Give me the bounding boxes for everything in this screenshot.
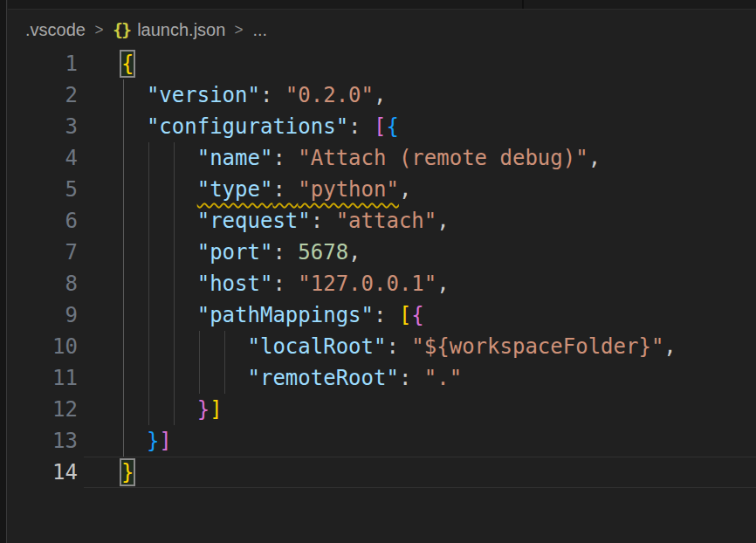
code-token: :: [260, 83, 285, 107]
code-line-4[interactable]: 4 "name": "Attach (remote debug)",: [0, 142, 756, 174]
code-token: :: [272, 146, 298, 170]
line-content: "host": "127.0.0.1",: [121, 268, 450, 299]
code-line-12[interactable]: 12 }]: [0, 394, 756, 425]
code-token: [121, 303, 197, 327]
line-number[interactable]: 1: [7, 48, 78, 79]
code-line-1[interactable]: 1{: [0, 48, 756, 79]
line-content: "request": "attach",: [121, 205, 450, 237]
tab-divider: [522, 0, 524, 9]
breadcrumb: .vscode > {} launch.json > ...: [25, 17, 267, 43]
code-token: "Attach (remote debug)": [298, 146, 588, 170]
breadcrumb-folder[interactable]: .vscode: [25, 20, 86, 40]
line-number[interactable]: 12: [7, 394, 78, 425]
breadcrumb-folder-label: .vscode: [25, 20, 86, 40]
code-token: "request": [197, 209, 311, 233]
code-token: :: [272, 272, 298, 296]
code-token: "remoteRoot": [248, 366, 399, 390]
code-line-13[interactable]: 13 }]: [0, 425, 756, 457]
chevron-right-icon: >: [94, 20, 103, 39]
current-line-highlight: [84, 457, 756, 488]
line-number[interactable]: 5: [7, 174, 78, 205]
code-line-7[interactable]: 7 "port": 5678,: [0, 237, 756, 268]
line-content: "version": "0.2.0",: [121, 79, 386, 111]
line-content: "pathMappings": [{: [121, 299, 424, 331]
breadcrumb-file[interactable]: {} launch.json: [113, 19, 225, 40]
code-line-10[interactable]: 10 "localRoot": "${workspaceFolder}",: [0, 331, 756, 362]
code-line-9[interactable]: 9 "pathMappings": [{: [0, 299, 756, 331]
warning-squiggle-token: "type": [197, 177, 273, 202]
code-lines: 1{2 "version": "0.2.0",3 "configurations…: [0, 48, 756, 488]
code-token: :: [386, 334, 411, 359]
line-number[interactable]: 2: [7, 79, 78, 111]
line-number[interactable]: 13: [7, 425, 78, 457]
warning-squiggle-token: "python": [298, 177, 399, 202]
code-token: "host": [197, 272, 273, 296]
tab-bar-strip: [8, 0, 756, 10]
line-number[interactable]: 7: [7, 237, 78, 268]
line-number[interactable]: 14: [7, 457, 78, 488]
code-token: :: [348, 114, 374, 139]
code-token: ,: [588, 146, 601, 170]
code-token: ".": [424, 366, 462, 390]
code-line-14[interactable]: 14}: [0, 457, 756, 488]
code-token: {: [386, 114, 398, 139]
code-token: [121, 366, 248, 390]
code-token: ,: [399, 177, 411, 202]
code-line-8[interactable]: 8 "host": "127.0.0.1",: [0, 268, 756, 299]
breadcrumb-file-label: launch.json: [137, 20, 225, 40]
line-content: }]: [121, 394, 223, 425]
code-token: [121, 397, 197, 422]
code-line-6[interactable]: 6 "request": "attach",: [0, 205, 756, 237]
line-content: "name": "Attach (remote debug)",: [121, 142, 601, 174]
code-token: {: [411, 303, 423, 327]
line-number[interactable]: 11: [7, 362, 78, 394]
code-line-2[interactable]: 2 "version": "0.2.0",: [0, 79, 756, 111]
code-token: [121, 83, 147, 107]
code-token: [121, 114, 147, 139]
code-token: :: [374, 303, 399, 327]
line-number[interactable]: 3: [7, 111, 78, 142]
line-number[interactable]: 4: [7, 142, 78, 174]
code-token: "port": [197, 240, 273, 265]
code-token: ]: [210, 397, 222, 422]
code-token: "0.2.0": [285, 83, 374, 107]
line-number[interactable]: 10: [7, 331, 78, 362]
code-token: "attach": [336, 209, 437, 233]
code-token: [: [374, 114, 386, 139]
code-line-5[interactable]: 5 "type": "python",: [0, 174, 756, 205]
vscode-editor-window: .vscode > {} launch.json > ... 1{2 "vers…: [0, 0, 756, 543]
bracket-match: }: [121, 460, 134, 485]
code-token: :: [399, 366, 424, 390]
chevron-right-icon: >: [235, 20, 244, 39]
code-token: 5678: [298, 240, 348, 265]
line-content: {: [121, 48, 134, 79]
code-token: "name": [197, 146, 273, 170]
code-token: [121, 334, 248, 359]
code-token: [121, 146, 197, 170]
breadcrumb-symbol-more[interactable]: ...: [252, 20, 267, 40]
line-content: "configurations": [{: [121, 111, 399, 142]
code-token: ,: [436, 272, 449, 296]
line-number[interactable]: 6: [7, 205, 78, 237]
line-number[interactable]: 9: [7, 299, 78, 331]
code-token: "version": [147, 83, 260, 107]
code-token: "pathMappings": [197, 303, 374, 327]
code-token: ,: [348, 240, 361, 265]
code-token: ,: [374, 83, 386, 107]
code-line-11[interactable]: 11 "remoteRoot": ".": [0, 362, 756, 394]
line-number[interactable]: 8: [7, 268, 78, 299]
code-token: [121, 177, 197, 202]
code-token: [121, 429, 147, 453]
breadcrumb-more-label: ...: [252, 20, 267, 40]
warning-squiggle-token: :: [272, 177, 298, 202]
code-line-3[interactable]: 3 "configurations": [{: [0, 111, 756, 142]
code-token: "${workspaceFolder}": [411, 334, 663, 359]
code-token: [121, 272, 197, 296]
line-content: }: [121, 457, 134, 488]
code-token: [121, 240, 197, 265]
line-content: "remoteRoot": ".": [121, 362, 462, 394]
json-file-icon: {}: [113, 19, 130, 40]
code-token: "127.0.0.1": [298, 272, 436, 296]
code-token: ,: [436, 209, 449, 233]
line-content: }]: [121, 425, 172, 457]
